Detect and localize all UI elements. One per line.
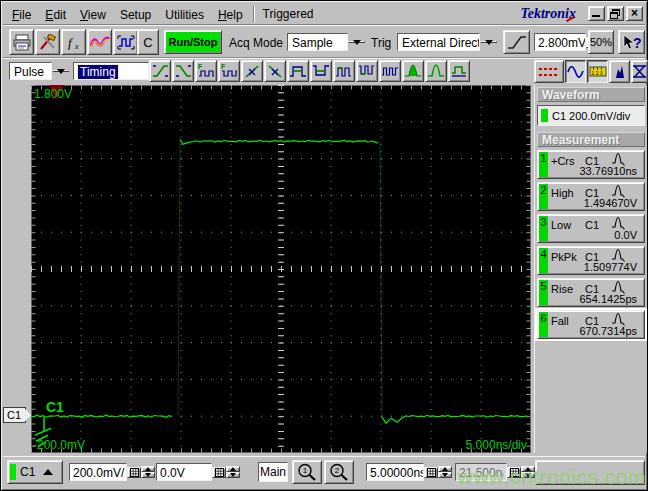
rising-slope-icon bbox=[506, 34, 528, 51]
measure-category-value: Pulse bbox=[9, 62, 52, 80]
neg-pulse-measure-button[interactable] bbox=[425, 60, 447, 82]
vertical-offset-value[interactable]: 0.0V bbox=[156, 463, 212, 481]
acq-mode-value: Sample bbox=[287, 33, 348, 51]
close-button[interactable]: × bbox=[626, 6, 643, 21]
neg-width-measure-button[interactable] bbox=[310, 60, 332, 82]
pulse-brackets-button[interactable] bbox=[113, 29, 138, 55]
rise-time-measure-button[interactable] bbox=[149, 60, 171, 82]
trig-source-select[interactable]: External Direct bbox=[397, 31, 497, 53]
settling-measure-button[interactable] bbox=[448, 60, 470, 82]
chevron-down-icon[interactable] bbox=[52, 70, 69, 72]
measurement-index-badge: 2 bbox=[539, 184, 548, 209]
delay-value[interactable]: 21.500n bbox=[455, 463, 507, 481]
c-button[interactable]: C bbox=[137, 29, 159, 55]
neg-cross-icon bbox=[266, 63, 284, 79]
keypad-icon[interactable] bbox=[507, 467, 521, 478]
vertical-scale-value[interactable]: 200.0mV/ bbox=[69, 463, 127, 481]
acq-mode-select[interactable]: Sample bbox=[287, 31, 365, 53]
menu-item-utilities[interactable]: Utilities bbox=[158, 5, 211, 25]
measurement-value: 1.509774V bbox=[584, 261, 637, 273]
menu-item-view[interactable]: View bbox=[73, 5, 113, 25]
pos-cross-measure-button[interactable] bbox=[241, 60, 263, 82]
measure-category-select[interactable]: Pulse bbox=[9, 60, 69, 82]
trigger-slope-button[interactable] bbox=[503, 30, 530, 54]
measurement-toolbar: Pulse Timing FF 1 2 3 bbox=[3, 59, 645, 85]
waveform-display: 1.800V -200.0mV 5.000ns/div C1 bbox=[31, 85, 531, 453]
restore-button[interactable] bbox=[607, 6, 624, 21]
minimize-button[interactable] bbox=[588, 6, 605, 21]
menu-item-edit[interactable]: Edit bbox=[38, 5, 73, 25]
measurement-index-badge: 6 bbox=[539, 312, 548, 337]
timebase-value[interactable]: 5.00000ns bbox=[366, 463, 424, 481]
neg-frequency-icon: F bbox=[220, 63, 238, 79]
fall-time-measure-button[interactable] bbox=[172, 60, 194, 82]
delay-spinner[interactable] bbox=[521, 466, 535, 478]
eye-diagram-icon bbox=[632, 64, 647, 79]
histogram-button[interactable] bbox=[609, 60, 630, 83]
neg-width-icon bbox=[312, 63, 330, 79]
svg-text:?: ? bbox=[633, 35, 642, 51]
waveform-color-button[interactable] bbox=[87, 29, 112, 55]
measurement-tile-rise[interactable]: 5RiseC1654.1425ps bbox=[537, 278, 645, 307]
print-icon bbox=[12, 34, 32, 51]
menu-item-help[interactable]: Help bbox=[211, 5, 250, 25]
neg-duty-measure-button[interactable] bbox=[356, 60, 378, 82]
waveform-list-item[interactable]: C1 200.0mV/div bbox=[537, 105, 645, 126]
measurement-tile-fall[interactable]: 6FallC1670.7314ps bbox=[537, 310, 645, 339]
keypad-icon[interactable] bbox=[212, 467, 226, 478]
pos-cross-icon bbox=[243, 63, 261, 79]
cursors-button[interactable] bbox=[534, 60, 564, 83]
bottom-scale-label: -200.0mV bbox=[33, 438, 85, 452]
menu-item-setup[interactable]: Setup bbox=[113, 5, 158, 25]
pos-width-measure-button[interactable] bbox=[287, 60, 309, 82]
timebase-spinner[interactable] bbox=[438, 466, 452, 478]
tools-button[interactable] bbox=[35, 29, 60, 55]
vertical-scale-field: 200.0mV/ bbox=[69, 461, 155, 483]
function-button[interactable]: fx bbox=[61, 29, 86, 55]
channel-select-button[interactable]: C1 bbox=[7, 460, 63, 484]
pos-pulse-measure-button[interactable] bbox=[402, 60, 424, 82]
cursors-icon bbox=[537, 64, 561, 79]
chevron-down-icon[interactable] bbox=[480, 41, 497, 43]
svg-text:1: 1 bbox=[303, 466, 308, 475]
channel-button-label: C1 bbox=[20, 465, 35, 479]
mag2-zoom-button[interactable]: 2 bbox=[324, 460, 354, 484]
run-stop-button[interactable]: Run/Stop bbox=[164, 30, 222, 54]
mag1-zoom-button[interactable]: 1 bbox=[292, 460, 322, 484]
channel-tab-label: C1 bbox=[7, 409, 21, 421]
pos-frequency-measure-button[interactable]: F bbox=[195, 60, 217, 82]
eye-diagram-button[interactable] bbox=[631, 60, 648, 83]
trace-high bbox=[180, 139, 378, 144]
vertical-scale-spinner[interactable] bbox=[141, 466, 155, 478]
measurement-tile-pos-crs[interactable]: 1+CrsC133.76910ns bbox=[537, 150, 645, 179]
measurement-name: PkPk bbox=[551, 251, 585, 263]
horizontal-mode-indicator[interactable]: Main bbox=[258, 462, 288, 482]
neg-cross-measure-button[interactable] bbox=[264, 60, 286, 82]
neg-duty-icon bbox=[358, 63, 376, 79]
measurement-tile-pkpk[interactable]: 4PkPkC11.509774V bbox=[537, 246, 645, 275]
measurement-tile-high[interactable]: 2HighC11.494670V bbox=[537, 182, 645, 211]
ruler-display-button[interactable]: 1 2 3 bbox=[587, 60, 608, 83]
neg-frequency-measure-button[interactable]: F bbox=[218, 60, 240, 82]
period-measure-button[interactable] bbox=[379, 60, 401, 82]
trig-level-value[interactable]: 2.800mV bbox=[534, 33, 586, 51]
print-button[interactable] bbox=[9, 29, 34, 55]
settling-icon bbox=[450, 63, 468, 79]
keypad-icon[interactable] bbox=[424, 467, 438, 478]
keypad-icon[interactable] bbox=[127, 467, 141, 478]
channel-trace-label: C1 bbox=[46, 399, 64, 415]
fall-time-icon bbox=[174, 63, 192, 79]
measurement-tile-low[interactable]: 3LowC10.0V bbox=[537, 214, 645, 243]
vertical-offset-spinner[interactable] bbox=[226, 466, 240, 478]
waveform-display-button[interactable] bbox=[565, 60, 586, 83]
channel-color-stripe bbox=[10, 464, 16, 480]
chevron-down-icon[interactable] bbox=[348, 41, 365, 43]
set-50-percent-button[interactable]: 50% bbox=[588, 30, 614, 54]
channel-c1-tab[interactable]: C1 bbox=[3, 407, 26, 423]
pos-duty-measure-button[interactable] bbox=[333, 60, 355, 82]
svg-text:F: F bbox=[221, 63, 226, 70]
help-arrow-icon: ? bbox=[621, 33, 643, 52]
timebase-label: 5.000ns/div bbox=[466, 438, 527, 452]
menu-item-file[interactable]: File bbox=[5, 5, 38, 25]
context-help-button[interactable]: ? bbox=[618, 30, 645, 54]
